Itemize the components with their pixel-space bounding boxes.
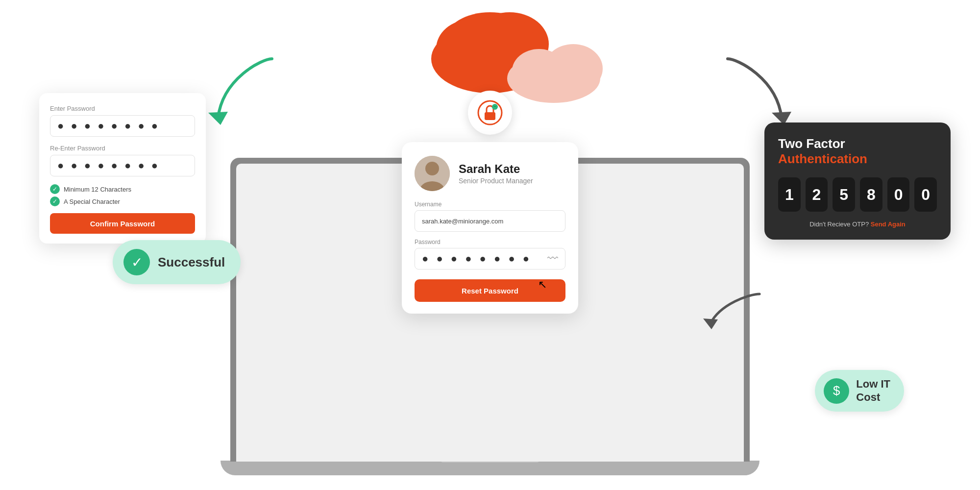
resend-prefix: Didn't Recieve OTP? bbox=[809, 220, 869, 228]
success-badge: ✓ Successful bbox=[113, 240, 241, 284]
enter-password-input[interactable]: ● ● ● ● ● ● ● ● bbox=[50, 115, 195, 137]
user-profile: Sarah Kate Senior Product Manager bbox=[415, 156, 565, 191]
user-title: Senior Product Manager bbox=[459, 177, 533, 185]
teal-arrow bbox=[194, 49, 292, 129]
low-cost-text: Low IT Cost bbox=[856, 378, 890, 404]
password-card: Enter Password ● ● ● ● ● ● ● ● Re-Enter … bbox=[39, 93, 206, 244]
svg-marker-15 bbox=[703, 318, 718, 329]
otp-digit-6[interactable]: 0 bbox=[914, 177, 937, 212]
username-label: Username bbox=[415, 201, 565, 208]
user-name: Sarah Kate bbox=[459, 162, 533, 176]
otp-digit-3[interactable]: 5 bbox=[833, 177, 855, 212]
username-value: sarah.kate@miniorange.com bbox=[422, 218, 503, 225]
svg-marker-7 bbox=[208, 112, 228, 125]
otp-row: 1 2 5 8 0 0 bbox=[778, 177, 937, 212]
scene: Enter Password ● ● ● ● ● ● ● ● Re-Enter … bbox=[0, 0, 980, 490]
avatar bbox=[415, 156, 450, 191]
eye-icon[interactable]: 〰 bbox=[547, 252, 558, 265]
twofa-title-line2: Authentication bbox=[778, 151, 937, 167]
dollar-icon: $ bbox=[824, 378, 849, 404]
dark-arrow-right bbox=[708, 49, 806, 129]
svg-point-6 bbox=[544, 44, 603, 93]
req-check-2 bbox=[50, 196, 60, 206]
password-dots-1: ● ● ● ● ● ● ● ● bbox=[57, 120, 160, 132]
enter-password-label: Enter Password bbox=[50, 105, 195, 112]
reenter-password-input[interactable]: ● ● ● ● ● ● ● ● bbox=[50, 155, 195, 176]
password-dots-2: ● ● ● ● ● ● ● ● bbox=[57, 159, 160, 172]
low-cost-badge: $ Low IT Cost bbox=[815, 370, 904, 412]
password-requirements: Minimum 12 Characters A Special Characte… bbox=[50, 184, 195, 206]
center-lock-icon bbox=[468, 91, 512, 135]
laptop-base bbox=[220, 461, 760, 475]
req-special-char: A Special Character bbox=[50, 196, 195, 206]
password-mask: ● ● ● ● ● ● ● ● bbox=[422, 252, 532, 265]
arrow-2fa-to-login bbox=[701, 284, 769, 335]
otp-digit-1[interactable]: 1 bbox=[778, 177, 801, 212]
login-card: Sarah Kate Senior Product Manager Userna… bbox=[402, 142, 578, 314]
otp-digit-5[interactable]: 0 bbox=[887, 177, 910, 212]
send-again-link[interactable]: Send Again bbox=[871, 220, 906, 228]
user-info: Sarah Kate Senior Product Manager bbox=[459, 162, 533, 185]
confirm-password-button[interactable]: Confirm Password bbox=[50, 213, 195, 234]
username-input[interactable]: sarah.kate@miniorange.com bbox=[415, 210, 565, 232]
password-label: Password bbox=[415, 239, 565, 245]
svg-point-13 bbox=[425, 162, 439, 175]
twofa-card: Two Factor Authentication 1 2 5 8 0 0 Di… bbox=[764, 122, 951, 240]
svg-rect-10 bbox=[485, 112, 495, 120]
otp-digit-4[interactable]: 8 bbox=[860, 177, 882, 212]
req-check-1 bbox=[50, 184, 60, 194]
success-check-icon: ✓ bbox=[123, 249, 150, 275]
req-min-chars-label: Minimum 12 Characters bbox=[64, 186, 131, 193]
resend-row: Didn't Recieve OTP? Send Again bbox=[778, 220, 937, 228]
reenter-password-label: Re-Enter Password bbox=[50, 145, 195, 152]
success-text: Successful bbox=[158, 255, 225, 270]
cursor-icon: ↖ bbox=[538, 278, 547, 291]
req-special-char-label: A Special Character bbox=[64, 198, 120, 205]
otp-digit-2[interactable]: 2 bbox=[806, 177, 828, 212]
req-min-chars: Minimum 12 Characters bbox=[50, 184, 195, 194]
pink-cloud bbox=[500, 29, 608, 105]
password-input[interactable]: ● ● ● ● ● ● ● ● 〰 bbox=[415, 248, 565, 270]
twofa-title-line1: Two Factor bbox=[778, 136, 937, 151]
